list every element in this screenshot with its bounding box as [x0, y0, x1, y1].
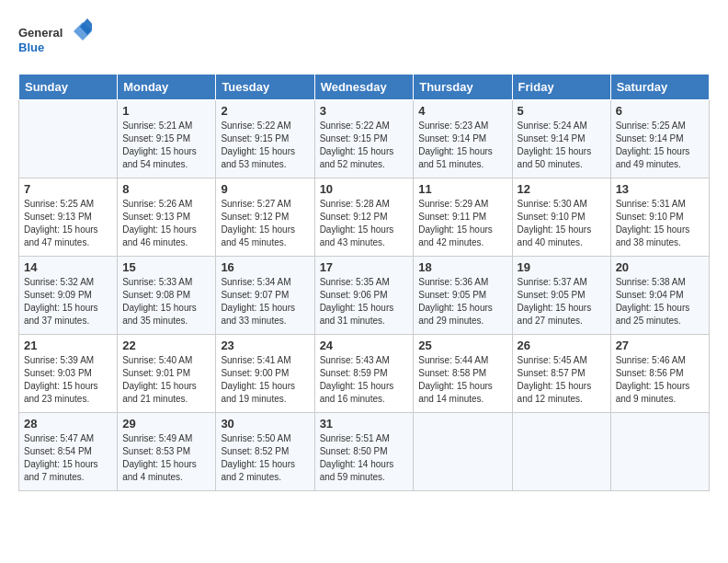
day-info: Sunrise: 5:44 AM Sunset: 8:58 PM Dayligh… [418, 354, 506, 406]
day-number: 25 [418, 339, 506, 352]
day-header-monday: Monday [118, 75, 216, 100]
day-number: 2 [221, 104, 309, 118]
calendar-cell: 20Sunrise: 5:38 AM Sunset: 9:04 PM Dayli… [610, 257, 709, 335]
day-number: 24 [320, 339, 409, 352]
day-info: Sunrise: 5:29 AM Sunset: 9:11 PM Dayligh… [418, 198, 506, 249]
day-info: Sunrise: 5:39 AM Sunset: 9:03 PM Dayligh… [24, 354, 112, 406]
day-number: 14 [24, 260, 112, 274]
day-info: Sunrise: 5:28 AM Sunset: 9:12 PM Dayligh… [320, 198, 409, 249]
calendar-cell: 6Sunrise: 5:25 AM Sunset: 9:14 PM Daylig… [610, 100, 709, 178]
day-number: 28 [24, 417, 112, 431]
day-number: 21 [24, 339, 112, 352]
calendar-cell: 30Sunrise: 5:50 AM Sunset: 8:52 PM Dayli… [216, 413, 314, 491]
day-number: 30 [221, 417, 309, 431]
calendar-cell: 26Sunrise: 5:45 AM Sunset: 8:57 PM Dayli… [512, 335, 610, 413]
calendar-cell: 22Sunrise: 5:40 AM Sunset: 9:01 PM Dayli… [118, 335, 216, 413]
calendar-cell: 17Sunrise: 5:35 AM Sunset: 9:06 PM Dayli… [314, 257, 414, 335]
day-info: Sunrise: 5:40 AM Sunset: 9:01 PM Dayligh… [122, 354, 210, 406]
day-info: Sunrise: 5:33 AM Sunset: 9:08 PM Dayligh… [122, 276, 210, 327]
week-row-3: 14Sunrise: 5:32 AM Sunset: 9:09 PM Dayli… [19, 257, 710, 335]
day-info: Sunrise: 5:26 AM Sunset: 9:13 PM Dayligh… [122, 198, 210, 249]
day-number: 15 [122, 260, 210, 274]
day-number: 4 [418, 104, 506, 118]
day-number: 19 [518, 260, 606, 274]
calendar-cell: 27Sunrise: 5:46 AM Sunset: 8:56 PM Dayli… [610, 335, 709, 413]
week-row-5: 28Sunrise: 5:47 AM Sunset: 8:54 PM Dayli… [19, 413, 710, 491]
calendar-cell: 31Sunrise: 5:51 AM Sunset: 8:50 PM Dayli… [314, 413, 414, 491]
logo: General Blue [18, 18, 92, 64]
day-number: 29 [122, 417, 210, 431]
day-info: Sunrise: 5:21 AM Sunset: 9:15 PM Dayligh… [122, 120, 210, 171]
day-number: 20 [616, 260, 704, 274]
calendar-cell: 1Sunrise: 5:21 AM Sunset: 9:15 PM Daylig… [118, 100, 216, 178]
svg-text:Blue: Blue [18, 40, 44, 54]
day-number: 8 [122, 182, 210, 196]
day-number: 17 [320, 260, 409, 274]
calendar-cell: 3Sunrise: 5:22 AM Sunset: 9:15 PM Daylig… [314, 100, 414, 178]
day-number: 3 [320, 104, 409, 118]
week-row-4: 21Sunrise: 5:39 AM Sunset: 9:03 PM Dayli… [19, 335, 710, 413]
day-number: 16 [221, 260, 309, 274]
calendar-cell: 2Sunrise: 5:22 AM Sunset: 9:15 PM Daylig… [216, 100, 314, 178]
day-number: 11 [418, 182, 506, 196]
calendar-cell: 19Sunrise: 5:37 AM Sunset: 9:05 PM Dayli… [512, 257, 610, 335]
day-info: Sunrise: 5:34 AM Sunset: 9:07 PM Dayligh… [221, 276, 309, 327]
calendar-cell: 5Sunrise: 5:24 AM Sunset: 9:14 PM Daylig… [512, 100, 610, 178]
day-info: Sunrise: 5:23 AM Sunset: 9:14 PM Dayligh… [418, 120, 506, 171]
day-info: Sunrise: 5:31 AM Sunset: 9:10 PM Dayligh… [616, 198, 704, 249]
day-number: 22 [122, 339, 210, 352]
day-info: Sunrise: 5:35 AM Sunset: 9:06 PM Dayligh… [320, 276, 409, 327]
calendar-cell: 16Sunrise: 5:34 AM Sunset: 9:07 PM Dayli… [216, 257, 314, 335]
day-info: Sunrise: 5:41 AM Sunset: 9:00 PM Dayligh… [221, 354, 309, 406]
calendar-cell: 8Sunrise: 5:26 AM Sunset: 9:13 PM Daylig… [118, 178, 216, 257]
calendar-cell: 29Sunrise: 5:49 AM Sunset: 8:53 PM Dayli… [118, 413, 216, 491]
calendar-cell: 7Sunrise: 5:25 AM Sunset: 9:13 PM Daylig… [19, 178, 118, 257]
day-header-saturday: Saturday [610, 75, 709, 100]
day-info: Sunrise: 5:51 AM Sunset: 8:50 PM Dayligh… [320, 432, 409, 484]
day-header-friday: Friday [512, 75, 610, 100]
calendar-cell: 18Sunrise: 5:36 AM Sunset: 9:05 PM Dayli… [414, 257, 512, 335]
day-info: Sunrise: 5:46 AM Sunset: 8:56 PM Dayligh… [616, 354, 704, 406]
day-info: Sunrise: 5:22 AM Sunset: 9:15 PM Dayligh… [320, 120, 409, 171]
day-number: 18 [418, 260, 506, 274]
day-info: Sunrise: 5:25 AM Sunset: 9:13 PM Dayligh… [24, 198, 112, 249]
day-info: Sunrise: 5:45 AM Sunset: 8:57 PM Dayligh… [518, 354, 606, 406]
calendar-cell: 11Sunrise: 5:29 AM Sunset: 9:11 PM Dayli… [414, 178, 512, 257]
day-number: 6 [616, 104, 704, 118]
day-info: Sunrise: 5:49 AM Sunset: 8:53 PM Dayligh… [122, 432, 210, 484]
calendar-cell: 10Sunrise: 5:28 AM Sunset: 9:12 PM Dayli… [314, 178, 414, 257]
calendar-cell: 9Sunrise: 5:27 AM Sunset: 9:12 PM Daylig… [216, 178, 314, 257]
day-number: 13 [616, 182, 704, 196]
day-info: Sunrise: 5:50 AM Sunset: 8:52 PM Dayligh… [221, 432, 309, 484]
calendar-cell [19, 100, 118, 178]
day-number: 7 [24, 182, 112, 196]
day-info: Sunrise: 5:36 AM Sunset: 9:05 PM Dayligh… [418, 276, 506, 327]
day-number: 9 [221, 182, 309, 196]
day-number: 26 [518, 339, 606, 352]
day-info: Sunrise: 5:30 AM Sunset: 9:10 PM Dayligh… [518, 198, 606, 249]
day-header-sunday: Sunday [19, 75, 118, 100]
calendar-cell: 15Sunrise: 5:33 AM Sunset: 9:08 PM Dayli… [118, 257, 216, 335]
calendar-cell: 23Sunrise: 5:41 AM Sunset: 9:00 PM Dayli… [216, 335, 314, 413]
week-row-1: 1Sunrise: 5:21 AM Sunset: 9:15 PM Daylig… [19, 100, 710, 178]
calendar-cell [512, 413, 610, 491]
day-header-wednesday: Wednesday [314, 75, 414, 100]
day-info: Sunrise: 5:22 AM Sunset: 9:15 PM Dayligh… [221, 120, 309, 171]
day-number: 5 [518, 104, 606, 118]
calendar-cell: 13Sunrise: 5:31 AM Sunset: 9:10 PM Dayli… [610, 178, 709, 257]
day-header-row: SundayMondayTuesdayWednesdayThursdayFrid… [19, 75, 710, 100]
day-header-thursday: Thursday [414, 75, 512, 100]
calendar-cell: 25Sunrise: 5:44 AM Sunset: 8:58 PM Dayli… [414, 335, 512, 413]
calendar-cell: 24Sunrise: 5:43 AM Sunset: 8:59 PM Dayli… [314, 335, 414, 413]
day-info: Sunrise: 5:24 AM Sunset: 9:14 PM Dayligh… [518, 120, 606, 171]
calendar-cell: 28Sunrise: 5:47 AM Sunset: 8:54 PM Dayli… [19, 413, 118, 491]
calendar-cell [414, 413, 512, 491]
calendar-cell: 4Sunrise: 5:23 AM Sunset: 9:14 PM Daylig… [414, 100, 512, 178]
calendar-cell: 12Sunrise: 5:30 AM Sunset: 9:10 PM Dayli… [512, 178, 610, 257]
day-info: Sunrise: 5:38 AM Sunset: 9:04 PM Dayligh… [616, 276, 704, 327]
day-info: Sunrise: 5:43 AM Sunset: 8:59 PM Dayligh… [320, 354, 409, 406]
day-number: 12 [518, 182, 606, 196]
calendar-table: SundayMondayTuesdayWednesdayThursdayFrid… [18, 74, 710, 491]
day-info: Sunrise: 5:37 AM Sunset: 9:05 PM Dayligh… [518, 276, 606, 327]
day-number: 23 [221, 339, 309, 352]
